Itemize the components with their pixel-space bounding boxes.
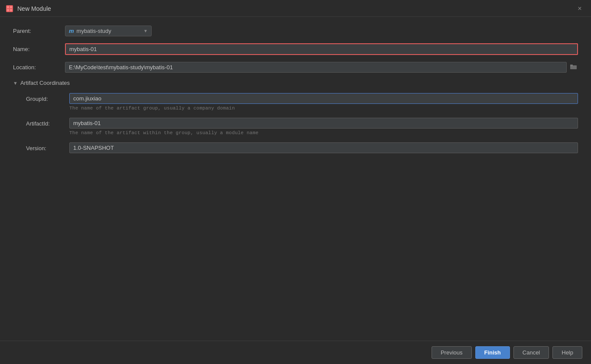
version-row: Version: bbox=[13, 142, 578, 153]
artifact-chevron[interactable]: ▼ bbox=[13, 81, 18, 86]
finish-button[interactable]: Finish bbox=[475, 346, 510, 359]
svg-rect-3 bbox=[7, 9, 9, 11]
dialog-title: New Module bbox=[17, 5, 51, 12]
artifact-section: GroupId: The name of the artifact group,… bbox=[13, 93, 578, 153]
previous-button[interactable]: Previous bbox=[432, 346, 472, 359]
artifact-section-title: Artifact Coordinates bbox=[20, 80, 70, 86]
location-wrapper bbox=[65, 62, 578, 73]
new-module-dialog: New Module × Parent: m mybatis-study ▼ N… bbox=[0, 0, 591, 364]
title-left: New Module bbox=[5, 4, 51, 13]
svg-rect-2 bbox=[10, 6, 12, 8]
group-id-control: The name of the artifact group, usually … bbox=[69, 93, 578, 116]
group-id-label: GroupId: bbox=[13, 93, 69, 102]
dialog-content: Parent: m mybatis-study ▼ Name: Location… bbox=[0, 17, 591, 341]
module-icon bbox=[5, 4, 14, 13]
title-bar: New Module × bbox=[0, 0, 591, 17]
svg-rect-6 bbox=[570, 64, 573, 66]
svg-rect-4 bbox=[10, 9, 12, 11]
parent-row: Parent: m mybatis-study ▼ bbox=[13, 26, 578, 36]
location-input[interactable] bbox=[65, 62, 567, 73]
group-id-hint: The name of the artifact group, usually … bbox=[69, 106, 578, 111]
svg-rect-1 bbox=[7, 6, 9, 8]
browse-folder-button[interactable] bbox=[569, 63, 578, 72]
version-label: Version: bbox=[13, 142, 69, 151]
artifact-section-header: ▼ Artifact Coordinates bbox=[13, 80, 578, 86]
name-input[interactable] bbox=[65, 43, 578, 55]
close-button[interactable]: × bbox=[575, 4, 584, 13]
name-control bbox=[65, 43, 578, 55]
help-button[interactable]: Help bbox=[552, 346, 582, 359]
parent-dropdown[interactable]: m mybatis-study ▼ bbox=[65, 26, 152, 36]
name-row: Name: bbox=[13, 43, 578, 55]
group-id-input[interactable] bbox=[69, 93, 578, 104]
location-row: Location: bbox=[13, 62, 578, 73]
artifact-id-label: ArtifactId: bbox=[13, 118, 69, 127]
parent-control: m mybatis-study ▼ bbox=[65, 26, 578, 36]
cancel-button[interactable]: Cancel bbox=[513, 346, 549, 359]
artifact-id-input[interactable] bbox=[69, 118, 578, 129]
version-input[interactable] bbox=[69, 142, 578, 153]
artifact-id-row: ArtifactId: The name of the artifact wit… bbox=[13, 118, 578, 141]
name-label: Name: bbox=[13, 46, 65, 52]
artifact-id-hint: The name of the artifact within the grou… bbox=[69, 130, 578, 135]
location-label: Location: bbox=[13, 64, 65, 71]
parent-value: mybatis-study bbox=[77, 28, 111, 34]
parent-label: Parent: bbox=[13, 28, 65, 34]
parent-dropdown-arrow: ▼ bbox=[143, 29, 148, 33]
group-id-row: GroupId: The name of the artifact group,… bbox=[13, 93, 578, 116]
artifact-id-control: The name of the artifact within the grou… bbox=[69, 118, 578, 141]
version-control bbox=[69, 142, 578, 153]
dialog-footer: Previous Finish Cancel Help bbox=[0, 341, 591, 364]
parent-m-icon: m bbox=[69, 28, 74, 34]
